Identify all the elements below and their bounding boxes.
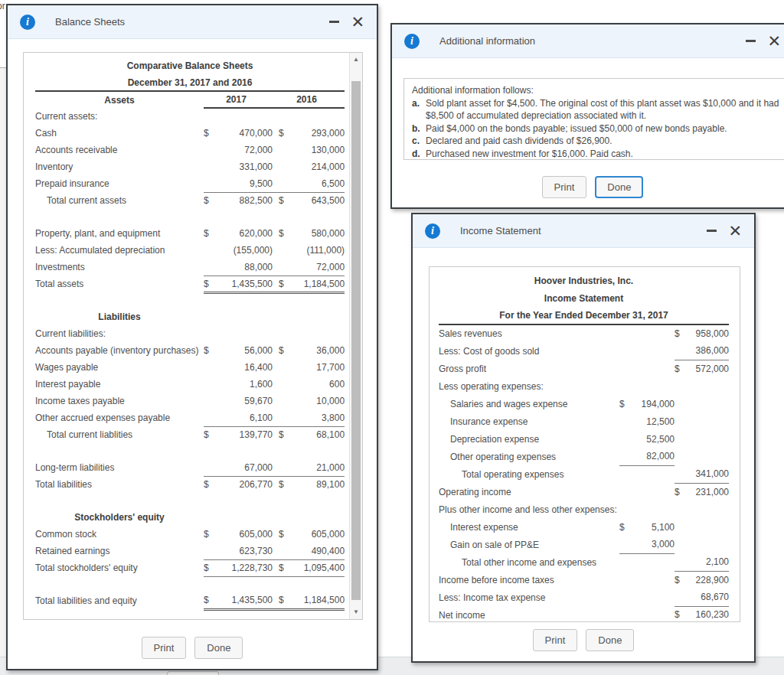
dollar-sign-cell: [619, 377, 632, 395]
dollar-sign-cell: $: [675, 324, 687, 342]
statement-header-row: Assets20172016: [35, 91, 351, 108]
row-label: Gross profit: [439, 360, 619, 377]
amount-col1: 16,400: [217, 359, 273, 376]
print-button[interactable]: Print: [533, 629, 578, 651]
done-button[interactable]: Done: [194, 637, 243, 659]
dollar-sign-cell: [675, 395, 687, 412]
amount-col1: 9,500: [217, 175, 273, 192]
dollar-sign-cell: $: [204, 125, 217, 142]
amount-col1: 56,000: [217, 342, 273, 359]
row-label: Prepaid insurance: [35, 175, 204, 192]
amount-col1: 82,000: [632, 448, 675, 465]
statement-row: Gross profit$572,000: [439, 360, 740, 377]
statement-row: Total stockholders' equity$1,228,730$1,0…: [35, 559, 351, 576]
row-label: Total liabilities: [35, 476, 204, 493]
info-icon: i: [425, 223, 440, 239]
dollar-sign-cell: [204, 242, 217, 259]
statement-row: Current liabilities:: [35, 325, 351, 342]
statement-row: Common stock$605,000$605,000: [35, 526, 351, 543]
statement-row: Current assets:: [35, 108, 351, 125]
row-label: Interest expense: [439, 518, 619, 536]
dollar-sign-cell: [619, 606, 632, 622]
statement-header-row: Hoover Industries, Inc.: [439, 272, 740, 289]
amount-col2: [687, 395, 729, 412]
statement-title: Hoover Industries, Inc.: [439, 272, 729, 289]
dollar-sign-cell: [204, 259, 217, 276]
pad-cell: [729, 412, 740, 430]
close-icon[interactable]: ✕: [728, 223, 742, 239]
info-item-letter: d.: [412, 148, 426, 161]
row-label: Less: Cost of goods sold: [439, 342, 619, 360]
statement-title: For the Year Ended December 31, 2017: [439, 307, 729, 324]
amount-col2: [291, 108, 345, 125]
row-label: Property, plant, and equipment: [35, 225, 204, 242]
dollar-sign-cell: [619, 430, 632, 448]
info-intro-text: Additional information follows:: [412, 84, 780, 97]
spacer-row-cell: [35, 292, 351, 308]
minimize-icon[interactable]: [707, 230, 717, 232]
minimize-icon[interactable]: [746, 40, 756, 42]
dollar-sign-cell: [273, 242, 291, 259]
row-label: Current liabilities:: [35, 325, 204, 342]
row-label: Less: Accumulated depreciation: [35, 242, 204, 259]
dollar-sign-cell: $: [273, 225, 291, 242]
balance-sheets-window: i Balance Sheets ✕ Comparative Balance S…: [6, 4, 378, 670]
row-label: Gain on sale of PP&E: [439, 536, 619, 553]
window-title: Income Statement: [460, 225, 541, 236]
dollar-sign-cell: [675, 412, 687, 430]
dollar-sign-cell: [273, 409, 291, 426]
dollar-sign-cell: [619, 324, 632, 342]
amount-col1: [632, 342, 675, 360]
dollar-sign-cell: [675, 430, 687, 448]
statement-row: Property, plant, and equipment$620,000$5…: [35, 225, 351, 242]
dollar-sign-cell: $: [675, 483, 687, 501]
pad-cell: [729, 395, 740, 412]
row-label: Total current liablities: [35, 426, 204, 443]
dollar-sign-cell: $: [619, 395, 632, 412]
done-button[interactable]: Done: [586, 629, 634, 651]
scrollbar-thumb[interactable]: [351, 81, 361, 600]
row-label: Total stockholders' equity: [35, 559, 204, 576]
amount-col2: [687, 536, 729, 553]
dollar-sign-cell: [273, 158, 291, 175]
pad-cell: [729, 536, 740, 553]
row-label: Total assets: [35, 276, 204, 292]
row-label: Total other income and expenses: [439, 553, 619, 571]
dollar-sign-cell: [619, 501, 632, 518]
statement-row: Liabilities: [35, 308, 351, 325]
print-button[interactable]: Print: [142, 637, 187, 659]
statement-row: Retained earnings623,730490,400: [35, 543, 351, 559]
info-item-text: Declared and paid cash dividends of $26,…: [426, 135, 612, 146]
dollar-sign-cell: [204, 376, 217, 393]
close-icon[interactable]: ✕: [767, 34, 781, 49]
close-icon[interactable]: ✕: [351, 15, 364, 30]
amount-col1: 67,000: [217, 459, 273, 476]
dollar-sign-cell: $: [273, 476, 291, 493]
dollar-sign-cell: [619, 553, 632, 571]
done-button[interactable]: Done: [595, 176, 643, 198]
pad-cell: [204, 308, 351, 325]
dollar-sign-cell: [204, 142, 217, 158]
print-button[interactable]: Print: [542, 176, 587, 198]
dollar-sign-cell: [619, 589, 632, 606]
year-column-2: 2016: [269, 94, 345, 105]
amount-col1: (155,000): [217, 242, 273, 259]
background-partial-button[interactable]: [167, 671, 219, 675]
amount-col2: [687, 377, 729, 395]
pad-cell: [729, 571, 740, 589]
statement-row: Wages payable16,40017,700: [35, 359, 351, 376]
minimize-icon[interactable]: [329, 21, 339, 23]
amount-col2: 341,000: [687, 465, 729, 483]
statement-row: Total operating expenses341,000: [439, 465, 740, 483]
pad-cell: [729, 483, 740, 501]
amount-col1: 194,000: [632, 395, 675, 412]
scrollbar[interactable]: ▲ ▼: [349, 53, 362, 619]
row-label: Other accrued expenses payable: [35, 409, 204, 426]
scroll-up-icon[interactable]: ▲: [350, 54, 362, 66]
dollar-sign-cell: $: [675, 360, 687, 377]
scroll-down-icon[interactable]: ▼: [350, 606, 362, 618]
dollar-sign-cell: [204, 459, 217, 476]
statement-row: [35, 443, 351, 459]
statement-header-row: For the Year Ended December 31, 2017: [439, 307, 740, 324]
statement-title: December 31, 2017 and 2016: [35, 74, 345, 91]
